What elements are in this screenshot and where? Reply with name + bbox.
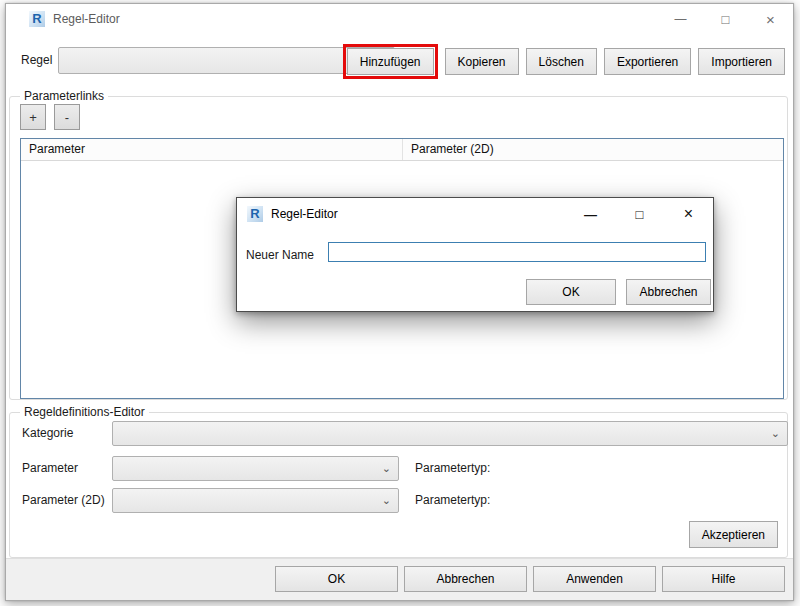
importieren-button[interactable]: Importieren	[698, 48, 785, 75]
dialog-ok-button[interactable]: OK	[526, 279, 616, 305]
dialog-window-controls: — □ ×	[566, 198, 713, 230]
abbrechen-button[interactable]: Abbrechen	[404, 566, 527, 592]
regeldefinitions-group: Regeldefinitions-Editor Kategorie ⌄ Para…	[9, 412, 788, 558]
kategorie-label: Kategorie	[22, 426, 73, 440]
kategorie-combobox[interactable]: ⌄	[112, 421, 788, 446]
hinzufuegen-button[interactable]: Hinzufügen	[347, 48, 434, 75]
highlight-box: Hinzufügen	[343, 44, 438, 79]
parameter-2d-combobox[interactable]: ⌄	[112, 488, 399, 513]
parameter-2d-label: Parameter (2D)	[22, 493, 105, 507]
table-header-parameter-2d[interactable]: Parameter (2D)	[403, 139, 783, 160]
revit-logo-icon: R	[247, 206, 263, 222]
parametertyp-2d-label: Parametertyp:	[415, 493, 490, 507]
chevron-down-icon: ⌄	[382, 462, 391, 473]
chevron-down-icon: ⌄	[382, 494, 391, 505]
hilfe-button[interactable]: Hilfe	[662, 566, 785, 592]
neuer-name-input[interactable]	[328, 242, 706, 262]
add-parameterlink-button[interactable]: +	[20, 104, 46, 130]
toolbar-buttons: Hinzufügen Kopieren Löschen Exportieren …	[343, 44, 785, 79]
dialog-title-bar: R Regel-Editor — □ ×	[237, 198, 713, 230]
neuer-name-label: Neuer Name	[246, 248, 314, 262]
window-title: Regel-Editor	[53, 12, 120, 26]
table-header: Parameter Parameter (2D)	[21, 139, 783, 161]
table-header-parameter[interactable]: Parameter	[21, 139, 403, 160]
window-controls: — □ ×	[658, 4, 793, 34]
parameter-label: Parameter	[22, 461, 78, 475]
regel-editor-dialog: R Regel-Editor — □ × Neuer Name OK Abbre…	[236, 197, 714, 312]
dialog-abbrechen-button[interactable]: Abbrechen	[626, 279, 711, 305]
akzeptieren-button[interactable]: Akzeptieren	[689, 521, 778, 548]
maximize-icon[interactable]: □	[615, 198, 664, 230]
revit-logo-icon: R	[29, 11, 45, 27]
remove-parameterlink-button[interactable]: -	[54, 104, 80, 130]
kopieren-button[interactable]: Kopieren	[445, 48, 519, 75]
anwenden-button[interactable]: Anwenden	[533, 566, 656, 592]
parameterlinks-group-label: Parameterlinks	[20, 89, 108, 103]
close-icon[interactable]: ×	[748, 4, 793, 34]
dialog-title: Regel-Editor	[271, 207, 338, 221]
minimize-icon[interactable]: —	[566, 198, 615, 230]
loeschen-button[interactable]: Löschen	[526, 48, 597, 75]
regeldefinitions-group-label: Regeldefinitions-Editor	[20, 405, 149, 419]
footer-bar: OK Abbrechen Anwenden Hilfe	[6, 558, 793, 600]
title-bar: R Regel-Editor — □ ×	[6, 4, 793, 34]
close-icon[interactable]: ×	[664, 198, 713, 230]
parameter-combobox[interactable]: ⌄	[112, 456, 399, 481]
parametertyp-label: Parametertyp:	[415, 461, 490, 475]
ok-button[interactable]: OK	[275, 566, 398, 592]
chevron-down-icon: ⌄	[771, 427, 780, 438]
regel-label: Regel	[21, 53, 52, 67]
exportieren-button[interactable]: Exportieren	[604, 48, 691, 75]
maximize-icon[interactable]: □	[703, 4, 748, 34]
minimize-icon[interactable]: —	[658, 4, 703, 34]
